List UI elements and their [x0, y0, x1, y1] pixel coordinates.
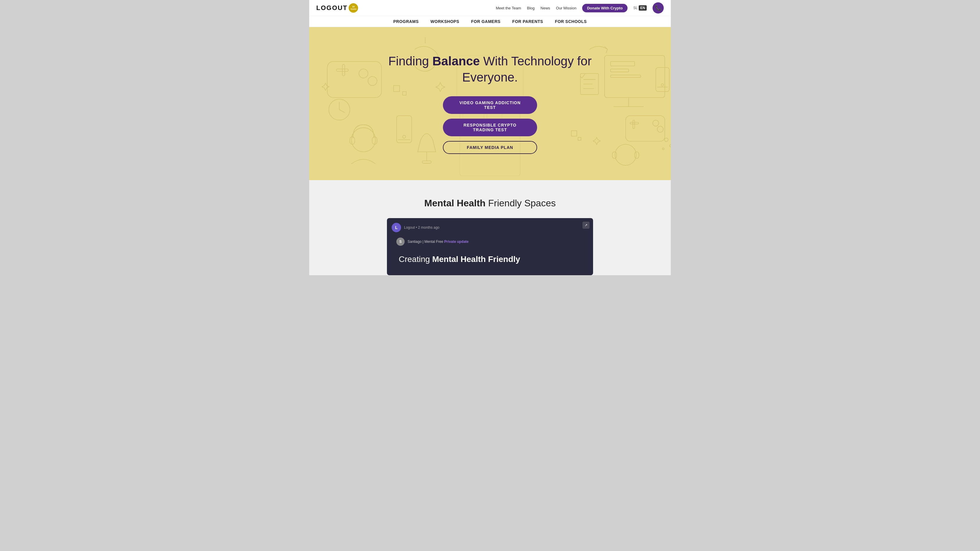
svg-rect-11	[350, 137, 355, 144]
video-message-row: S Santiago | Mental Free Private update	[391, 235, 589, 248]
mental-health-title: Mental Health Friendly Spaces	[316, 198, 664, 209]
hero-buttons: VIDEO GAMING ADDICTION TEST RESPONSIBLE …	[387, 96, 593, 154]
svg-rect-28	[630, 122, 639, 124]
svg-rect-29	[633, 120, 635, 129]
svg-point-41	[670, 144, 671, 147]
svg-point-10	[351, 128, 375, 152]
logo-text: LOGOUT	[316, 4, 347, 12]
nav-workshops[interactable]: WORKSHOPS	[431, 19, 460, 24]
svg-point-33	[615, 144, 636, 165]
channel-avatar: L	[391, 223, 401, 232]
svg-rect-30	[656, 67, 669, 92]
phone-icon: 📞	[655, 5, 661, 11]
svg-point-42	[662, 148, 664, 149]
svg-rect-9	[422, 161, 431, 163]
hero-content: Finding Balance With Technology for Ever…	[387, 53, 593, 154]
crypto-trading-test-button[interactable]: RESPONSIBLE CRYPTO TRADING TEST	[443, 119, 537, 136]
svg-point-32	[661, 84, 663, 86]
nav-our-mission[interactable]: Our Mission	[556, 6, 576, 10]
svg-point-1	[359, 69, 368, 78]
logo[interactable]: LOGOUT 10 YEARS	[316, 3, 358, 13]
nav-for-schools[interactable]: FOR SCHOOLS	[555, 19, 587, 24]
video-title-overlay: Creating Mental Health Friendly	[391, 248, 589, 270]
gaming-addiction-test-button[interactable]: VIDEO GAMING ADDICTION TEST	[443, 96, 537, 114]
svg-rect-34	[612, 152, 616, 159]
svg-rect-12	[372, 137, 377, 144]
svg-rect-0	[327, 62, 381, 98]
nav-for-gamers[interactable]: FOR GAMERS	[471, 19, 501, 24]
external-link-icon: ↗	[582, 222, 590, 229]
video-card-content: L Logout • 2 months ago S Santiago | Men…	[387, 218, 593, 275]
nav-for-parents[interactable]: FOR PARENTS	[512, 19, 543, 24]
site-header: LOGOUT 10 YEARS Meet the Team Blog News …	[309, 0, 671, 27]
svg-rect-24	[611, 75, 641, 78]
language-switcher: SL EN	[633, 5, 647, 11]
mental-health-section: Mental Health Friendly Spaces ↗ L Logout…	[309, 180, 671, 275]
svg-rect-25	[626, 116, 665, 141]
nav-meet-team[interactable]: Meet the Team	[496, 6, 521, 10]
video-meta: Logout • 2 months ago	[404, 225, 439, 230]
svg-point-40	[665, 138, 668, 141]
svg-point-27	[657, 126, 663, 132]
hero-section: Finding Balance With Technology for Ever…	[309, 27, 671, 180]
message-text: Santiago | Mental Free Private update	[407, 240, 468, 244]
svg-rect-3	[336, 69, 348, 71]
svg-rect-22	[611, 62, 635, 66]
hero-title: Finding Balance With Technology for Ever…	[387, 53, 593, 85]
lang-en[interactable]: EN	[639, 5, 647, 11]
phone-button[interactable]: 📞	[652, 2, 664, 14]
nav-programs[interactable]: PROGRAMS	[393, 19, 418, 24]
svg-rect-4	[342, 65, 345, 76]
family-media-plan-button[interactable]: FAMILY MEDIA PLAN	[443, 141, 537, 154]
lang-sl[interactable]: SL	[633, 6, 638, 10]
video-card[interactable]: ↗ L Logout • 2 months ago S Santiago | M…	[387, 218, 593, 275]
nav-news[interactable]: News	[541, 6, 550, 10]
donate-button[interactable]: Donate With Crypto	[582, 4, 627, 13]
svg-rect-19	[605, 56, 665, 97]
video-card-header: L Logout • 2 months ago	[391, 223, 589, 232]
svg-point-13	[329, 99, 350, 121]
header-nav: Meet the Team Blog News Our Mission	[496, 6, 577, 10]
header-right: Meet the Team Blog News Our Mission Dona…	[496, 2, 664, 14]
svg-point-26	[653, 120, 659, 126]
user-avatar-small: S	[396, 238, 405, 246]
main-navigation: PROGRAMS WORKSHOPS FOR GAMERS FOR PARENT…	[309, 16, 671, 27]
svg-rect-23	[611, 69, 628, 72]
svg-point-2	[368, 76, 377, 86]
svg-rect-35	[635, 152, 639, 159]
svg-line-15	[339, 110, 345, 113]
nav-blog[interactable]: Blog	[527, 6, 535, 10]
logo-badge: 10 YEARS	[348, 3, 358, 13]
